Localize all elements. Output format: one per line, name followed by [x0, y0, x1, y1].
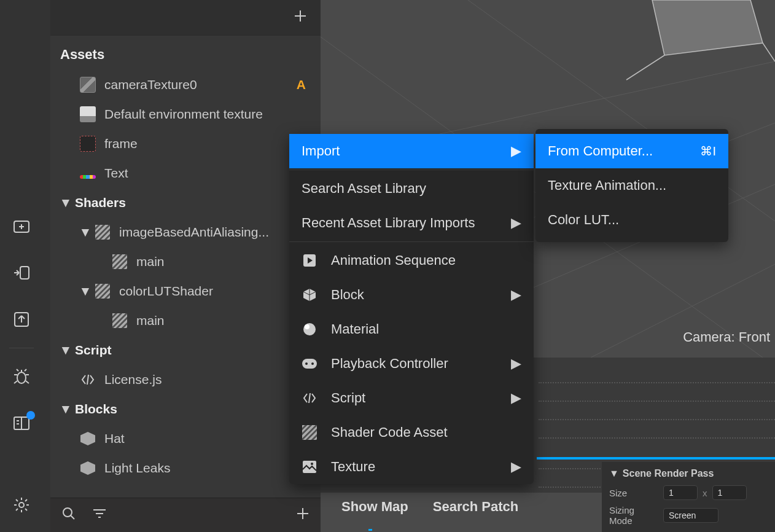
- asset-label: Default environment texture: [104, 107, 321, 122]
- shader-item-imagebased[interactable]: ▼ imageBasedAntiAliasing...: [50, 217, 321, 247]
- chevron-right-icon: ▶: [511, 143, 521, 159]
- assets-header: Assets: [50, 36, 321, 68]
- new-folder-icon[interactable]: [12, 216, 31, 236]
- controller-icon: [302, 356, 317, 372]
- svg-point-19: [305, 362, 308, 365]
- import-submenu: From Computer... ⌘I Texture Animation...…: [535, 129, 728, 242]
- menu-label: Texture: [331, 459, 497, 475]
- menu-label: Playback Controller: [331, 356, 497, 372]
- svg-point-20: [311, 362, 314, 365]
- size-y-field[interactable]: 1: [712, 485, 747, 500]
- frame-icon: [80, 136, 96, 152]
- search-icon[interactable]: [61, 506, 76, 524]
- filter-icon[interactable]: [92, 507, 107, 523]
- asset-item-text[interactable]: Text: [50, 158, 321, 188]
- svg-point-16: [303, 323, 316, 335]
- export-icon[interactable]: [12, 310, 31, 329]
- menu-label: Block: [331, 287, 497, 303]
- disclosure-triangle-icon: ▼: [60, 402, 71, 417]
- svg-line-14: [763, 43, 775, 61]
- menu-item-playback-controller[interactable]: Playback Controller ▶: [289, 346, 534, 381]
- image-icon: [80, 77, 96, 93]
- svg-line-13: [626, 55, 664, 80]
- block-icon: [302, 287, 317, 303]
- disclosure-triangle-icon: ▼: [60, 343, 71, 358]
- menu-label: Import: [302, 143, 497, 159]
- context-menu: Import ▶ Search Asset Library Recent Ass…: [289, 134, 534, 484]
- tab-search-patch[interactable]: Search Patch: [433, 499, 518, 515]
- svg-point-5: [19, 503, 24, 507]
- asset-item-cameratexture[interactable]: cameraTexture0 A: [50, 70, 321, 100]
- menu-item-shader-code-asset[interactable]: Shader Code Asset: [289, 415, 534, 450]
- disclosure-triangle-icon[interactable]: ▼: [609, 468, 619, 479]
- asset-label: Light Leaks: [104, 461, 321, 475]
- shader-entry-main[interactable]: main: [50, 247, 321, 276]
- disclosure-triangle-icon: ▼: [60, 195, 71, 210]
- section-shaders[interactable]: ▼ Shaders: [50, 188, 321, 217]
- environment-texture-icon: [80, 106, 96, 122]
- svg-rect-1: [20, 267, 29, 279]
- inspector-scene-render-pass: ▼ Scene Render Pass Size 1 x 1 Sizing Mo…: [602, 462, 775, 532]
- text-sequence-icon: [80, 165, 96, 181]
- assets-bottom-bar: [50, 498, 321, 532]
- script-item-license[interactable]: License.js: [50, 365, 321, 394]
- asset-item-frame[interactable]: frame: [50, 129, 321, 158]
- left-icon-rail: [0, 0, 43, 532]
- menu-item-material[interactable]: Material: [289, 312, 534, 346]
- add-asset-icon[interactable]: [296, 507, 310, 523]
- menu-item-script[interactable]: Script ▶: [289, 381, 534, 415]
- tab-show-map[interactable]: Show Map: [341, 499, 408, 515]
- assets-tree: cameraTexture0 A Default environment tex…: [50, 68, 321, 483]
- sizing-mode-select[interactable]: Screen: [663, 508, 719, 523]
- texture-icon: [302, 459, 317, 475]
- settings-gear-icon[interactable]: [12, 495, 31, 515]
- shader-item-colorlut[interactable]: ▼ colorLUTShader: [50, 276, 321, 306]
- svg-point-6: [63, 508, 72, 517]
- asset-label: frame: [104, 136, 321, 151]
- bug-icon[interactable]: [12, 367, 31, 386]
- section-label: Shaders: [75, 195, 321, 210]
- submenu-item-color-lut[interactable]: Color LUT...: [535, 203, 728, 237]
- shader-icon: [95, 283, 111, 299]
- menu-item-search-asset-library[interactable]: Search Asset Library: [289, 171, 534, 206]
- shader-icon: [302, 424, 317, 440]
- timeline-track[interactable]: [537, 457, 775, 460]
- import-device-icon[interactable]: [12, 263, 31, 283]
- submenu-item-texture-animation[interactable]: Texture Animation...: [535, 168, 728, 203]
- asset-label: Text: [104, 166, 321, 181]
- shader-entry-main[interactable]: main: [50, 306, 321, 335]
- section-label: Blocks: [75, 402, 321, 417]
- chevron-right-icon: ▶: [511, 287, 521, 303]
- assets-top-strip: [50, 0, 321, 36]
- menu-label: Script: [331, 390, 497, 406]
- keyboard-shortcut: ⌘I: [700, 144, 716, 158]
- section-blocks[interactable]: ▼ Blocks: [50, 394, 321, 424]
- asset-label: cameraTexture0: [104, 77, 297, 92]
- asset-item-env-texture[interactable]: Default environment texture: [50, 100, 321, 129]
- asset-label: License.js: [104, 372, 321, 387]
- disclosure-triangle-icon: ▼: [80, 284, 91, 299]
- menu-item-recent-imports[interactable]: Recent Asset Library Imports ▶: [289, 206, 534, 240]
- library-icon[interactable]: [12, 413, 31, 433]
- section-script[interactable]: ▼ Script: [50, 335, 321, 365]
- sizing-mode-label: Sizing Mode: [609, 505, 658, 526]
- chevron-right-icon: ▶: [511, 215, 521, 231]
- asset-badge: A: [297, 77, 306, 92]
- menu-item-import[interactable]: Import ▶: [289, 134, 534, 168]
- menu-label: Material: [331, 321, 521, 337]
- section-label: Script: [75, 343, 321, 358]
- menu-item-texture[interactable]: Texture ▶: [289, 450, 534, 484]
- submenu-item-from-computer[interactable]: From Computer... ⌘I: [535, 134, 728, 168]
- add-top-icon[interactable]: [294, 8, 307, 27]
- menu-label: Animation Sequence: [331, 252, 521, 268]
- block-item-hat[interactable]: Hat: [50, 424, 321, 453]
- menu-label: Color LUT...: [548, 212, 716, 228]
- material-icon: [302, 321, 317, 337]
- script-icon: [302, 390, 317, 406]
- menu-item-block[interactable]: Block ▶: [289, 278, 534, 312]
- size-x-field[interactable]: 1: [663, 485, 698, 500]
- block-item-light-leaks[interactable]: Light Leaks: [50, 453, 321, 483]
- svg-point-3: [17, 372, 26, 383]
- inspector-title: Scene Render Pass: [623, 468, 714, 479]
- menu-item-animation-sequence[interactable]: Animation Sequence: [289, 243, 534, 278]
